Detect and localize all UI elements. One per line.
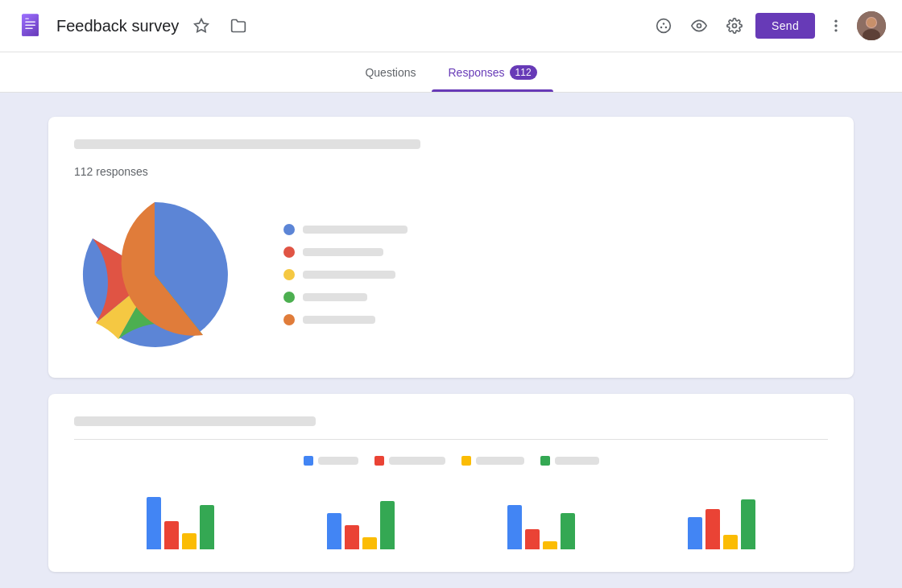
- legend-dot-green: [283, 292, 295, 303]
- bar-red: [345, 525, 359, 549]
- legend-bar: [303, 248, 383, 256]
- settings-button[interactable]: [720, 11, 749, 40]
- bar-yellow: [362, 537, 377, 549]
- svg-point-8: [660, 27, 663, 29]
- bar-legend-green: [540, 456, 550, 466]
- header-right: Send: [649, 11, 886, 40]
- preview-button[interactable]: [685, 11, 714, 40]
- doc-title: Feedback survey: [56, 17, 179, 35]
- legend-dot-blue: [283, 224, 295, 235]
- card2-title-skeleton: [74, 416, 316, 426]
- bar-legend-label: [476, 457, 524, 465]
- bar-legend-label: [555, 457, 599, 465]
- header-left: Feedback survey: [16, 10, 649, 42]
- svg-point-11: [697, 24, 701, 28]
- main-content: 112 responses: [0, 93, 902, 588]
- card1-title-skeleton: [74, 139, 420, 149]
- folder-button[interactable]: [224, 11, 253, 40]
- bar-blue: [327, 513, 341, 549]
- doc-icon: [16, 10, 48, 42]
- bar-yellow: [723, 535, 738, 549]
- bar-chart-groups: [74, 485, 828, 549]
- legend-item: [283, 292, 828, 303]
- svg-point-15: [834, 29, 837, 31]
- legend-item: [283, 246, 828, 258]
- app-header: Feedback survey: [0, 0, 902, 52]
- tabs-bar: Questions Responses 112: [0, 52, 902, 93]
- bar-group: [507, 505, 575, 549]
- responses-badge: 112: [510, 65, 537, 80]
- svg-rect-4: [25, 27, 33, 29]
- bar-yellow: [182, 533, 197, 549]
- legend-bar: [303, 293, 367, 301]
- legend-item: [283, 269, 828, 280]
- svg-marker-6: [195, 19, 209, 32]
- tab-responses[interactable]: Responses 112: [432, 52, 552, 92]
- bar-green: [741, 499, 755, 549]
- bar-legend-item: [461, 456, 524, 466]
- card1-body: [74, 194, 828, 355]
- bar-legend-item: [374, 456, 445, 466]
- responses-count: 112 responses: [74, 165, 828, 178]
- bar-group: [688, 499, 755, 549]
- legend-bar: [303, 316, 375, 324]
- bar-blue: [507, 505, 522, 549]
- legend-dot-orange: [283, 314, 295, 325]
- pie-legend: [283, 224, 828, 325]
- bar-group: [327, 501, 395, 549]
- palette-button[interactable]: [649, 11, 678, 40]
- pie-chart-card: 112 responses: [48, 117, 854, 378]
- star-button[interactable]: [187, 11, 216, 40]
- svg-point-12: [733, 24, 737, 28]
- bar-blue: [147, 497, 161, 549]
- bar-green: [561, 513, 575, 549]
- bar-legend-label: [389, 457, 445, 465]
- bar-legend-item: [540, 456, 599, 466]
- svg-rect-5: [25, 18, 29, 19]
- bar-chart-legend: [74, 456, 828, 466]
- legend-dot-yellow: [283, 269, 295, 280]
- bar-legend-item: [304, 456, 358, 466]
- svg-point-14: [834, 24, 837, 27]
- bar-red: [705, 509, 720, 549]
- bar-legend-yellow: [461, 456, 471, 466]
- bar-red: [164, 521, 179, 549]
- svg-point-7: [657, 19, 671, 33]
- more-button[interactable]: [821, 11, 850, 40]
- legend-bar: [303, 226, 408, 234]
- svg-point-9: [665, 27, 668, 29]
- pie-chart: [74, 194, 235, 355]
- bar-yellow: [543, 541, 557, 549]
- tab-questions[interactable]: Questions: [349, 52, 432, 92]
- svg-rect-2: [25, 21, 35, 23]
- send-button[interactable]: Send: [755, 13, 815, 39]
- bar-chart-card: [48, 394, 854, 572]
- legend-dot-red: [283, 246, 295, 258]
- legend-bar: [303, 271, 395, 279]
- bar-blue: [688, 517, 702, 549]
- legend-item: [283, 314, 828, 325]
- avatar[interactable]: [857, 11, 886, 40]
- svg-rect-3: [25, 24, 35, 26]
- bar-group: [147, 497, 214, 549]
- bar-green: [200, 505, 214, 549]
- bar-legend-red: [374, 456, 384, 466]
- legend-item: [283, 224, 828, 235]
- bar-green: [380, 501, 395, 549]
- bar-legend-blue: [304, 456, 313, 466]
- svg-point-13: [834, 20, 837, 23]
- svg-point-19: [867, 18, 876, 27]
- svg-point-10: [663, 23, 665, 25]
- card2-divider: [74, 439, 828, 440]
- bar-red: [525, 529, 540, 549]
- bar-legend-label: [318, 457, 358, 465]
